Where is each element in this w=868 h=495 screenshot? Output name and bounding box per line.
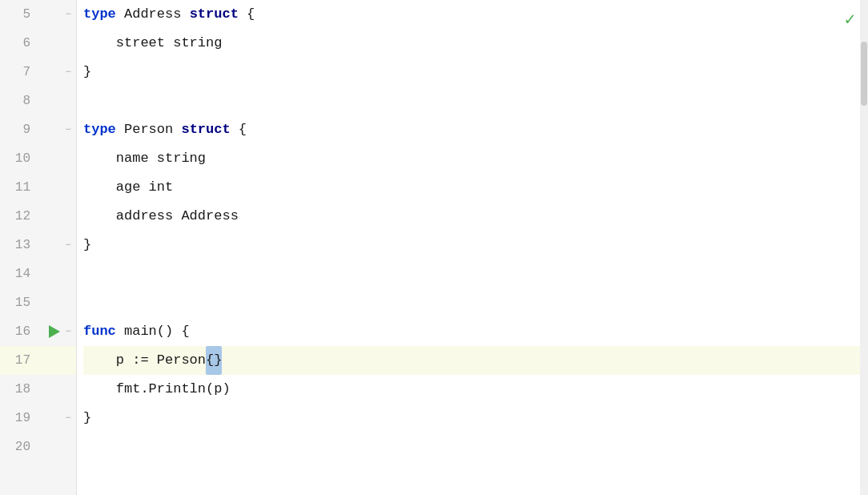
gutter-icons: −	[40, 124, 77, 135]
code-token: address Address	[83, 202, 239, 231]
code-line: }	[83, 231, 868, 260]
gutter-row: 6	[0, 29, 76, 58]
code-line: name string	[83, 144, 868, 173]
line-number: 11	[0, 173, 40, 202]
status-checkmark: ✓	[845, 6, 855, 35]
gutter-row: 13−	[0, 231, 76, 260]
code-token: struct	[190, 0, 239, 29]
fold-icon[interactable]: −	[62, 239, 74, 251]
code-line: func main() {	[83, 317, 868, 346]
code-line	[83, 260, 868, 288]
code-line: age int	[83, 173, 868, 202]
gutter-row: 12	[0, 202, 76, 231]
code-token: struct	[181, 115, 230, 144]
gutter-row: 11	[0, 173, 76, 202]
gutter-row: 14	[0, 260, 76, 288]
code-token: age int	[83, 173, 173, 202]
gutter-icons: −	[40, 9, 77, 20]
code-token: main() {	[116, 317, 190, 346]
code-line	[83, 87, 868, 115]
gutter-icons: −	[40, 412, 77, 424]
code-line: address Address	[83, 202, 868, 231]
line-number: 18	[0, 375, 40, 404]
scrollbar-thumb[interactable]	[861, 42, 867, 106]
code-token: {	[239, 0, 255, 29]
code-line	[83, 433, 868, 461]
fold-icon[interactable]: −	[62, 66, 74, 78]
scrollbar[interactable]	[860, 0, 868, 495]
code-token: name string	[83, 144, 206, 173]
code-line: }	[83, 58, 868, 87]
code-token: Person	[116, 115, 182, 144]
line-number: 6	[0, 29, 40, 58]
code-line: street string	[83, 29, 868, 58]
line-number: 17	[0, 346, 40, 375]
line-number: 12	[0, 202, 40, 231]
line-number: 13	[0, 231, 40, 260]
gutter-row: 16−	[0, 317, 76, 346]
gutter-row: 7−	[0, 58, 76, 87]
gutter-row: 19−	[0, 404, 76, 433]
gutter-row: 9−	[0, 115, 76, 144]
code-token: p := Person	[83, 346, 206, 375]
code-line: type Address struct {	[83, 0, 868, 29]
code-line: }	[83, 404, 868, 433]
line-number: 5	[0, 0, 40, 29]
fold-icon[interactable]: −	[62, 412, 74, 424]
code-area[interactable]: type Address struct { street string}type…	[77, 0, 868, 495]
code-line: p := Person{}	[83, 346, 868, 375]
code-token: street string	[83, 29, 222, 58]
line-number: 8	[0, 87, 40, 115]
code-token: }	[83, 231, 91, 260]
line-number-gutter: 5−67−89−10111213−141516−171819−20	[0, 0, 77, 495]
gutter-row: 8	[0, 87, 76, 115]
gutter-icons: −	[40, 239, 77, 251]
code-token: {	[231, 115, 247, 144]
code-token: fmt.Println(p)	[83, 375, 231, 404]
gutter-row: 20	[0, 433, 76, 461]
gutter-icons: −	[40, 325, 77, 338]
line-number: 10	[0, 144, 40, 173]
code-line: type Person struct {	[83, 115, 868, 144]
gutter-row: 10	[0, 144, 76, 173]
line-number: 9	[0, 115, 40, 144]
line-number: 19	[0, 404, 40, 433]
code-token: {}	[206, 346, 222, 375]
run-triangle-icon	[49, 325, 60, 338]
code-token: type	[83, 115, 116, 144]
run-icon[interactable]	[48, 325, 61, 338]
gutter-icons: −	[40, 66, 77, 78]
code-token: type	[83, 0, 116, 29]
line-number: 20	[0, 433, 40, 461]
code-line	[83, 288, 868, 317]
gutter-row: 5−	[0, 0, 76, 29]
fold-icon[interactable]: −	[62, 9, 74, 20]
fold-icon[interactable]: −	[62, 326, 74, 337]
fold-icon[interactable]: −	[62, 124, 74, 135]
code-token: }	[83, 404, 91, 433]
code-token: Address	[116, 0, 190, 29]
gutter-row: 18	[0, 375, 76, 404]
gutter-row: 15	[0, 288, 76, 317]
editor-container: 5−67−89−10111213−141516−171819−20 type A…	[0, 0, 868, 495]
line-number: 16	[0, 317, 40, 346]
line-number: 14	[0, 260, 40, 288]
line-number: 7	[0, 58, 40, 87]
code-token: func	[83, 317, 116, 346]
line-number: 15	[0, 288, 40, 317]
gutter-row: 17	[0, 346, 76, 375]
code-token: }	[83, 58, 91, 87]
code-line: fmt.Println(p)	[83, 375, 868, 404]
